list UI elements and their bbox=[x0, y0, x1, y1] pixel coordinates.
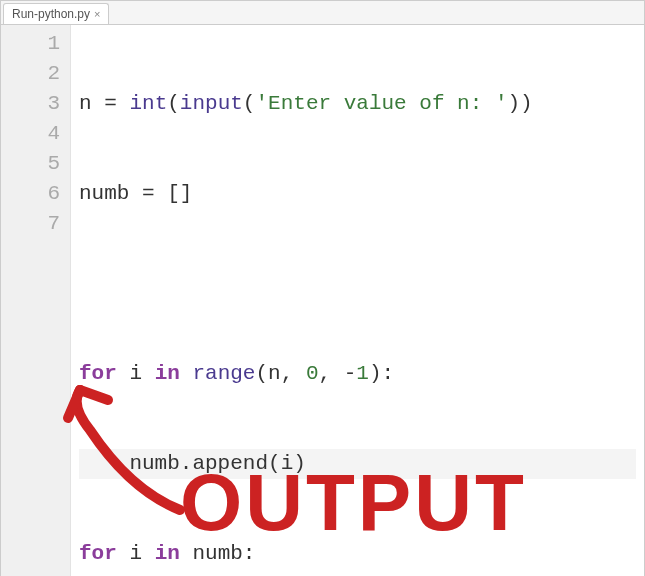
code-line: n = int(input('Enter value of n: ')) bbox=[79, 89, 636, 119]
editor-tab-bar: Run-python.py × bbox=[1, 1, 644, 25]
code-line: for i in range(n, 0, -1): bbox=[79, 359, 636, 389]
code-area[interactable]: n = int(input('Enter value of n: ')) num… bbox=[71, 25, 644, 576]
line-number: 3 bbox=[1, 89, 60, 119]
code-line bbox=[79, 269, 636, 299]
editor-pane: Run-python.py × 1 2 3 4 5 6 7 n = int(in… bbox=[0, 0, 645, 576]
editor-body[interactable]: 1 2 3 4 5 6 7 n = int(input('Enter value… bbox=[1, 25, 644, 576]
code-line: numb.append(i) bbox=[79, 449, 636, 479]
line-gutter: 1 2 3 4 5 6 7 bbox=[1, 25, 71, 576]
code-line: numb = [] bbox=[79, 179, 636, 209]
line-number: 1 bbox=[1, 29, 60, 59]
close-icon[interactable]: × bbox=[94, 8, 100, 20]
line-number: 2 bbox=[1, 59, 60, 89]
editor-tab[interactable]: Run-python.py × bbox=[3, 3, 109, 24]
line-number: 6 bbox=[1, 179, 60, 209]
code-line: for i in numb: bbox=[79, 539, 636, 569]
editor-tab-label: Run-python.py bbox=[12, 7, 90, 21]
line-number: 7 bbox=[1, 209, 60, 239]
line-number: 4 bbox=[1, 119, 60, 149]
line-number: 5 bbox=[1, 149, 60, 179]
